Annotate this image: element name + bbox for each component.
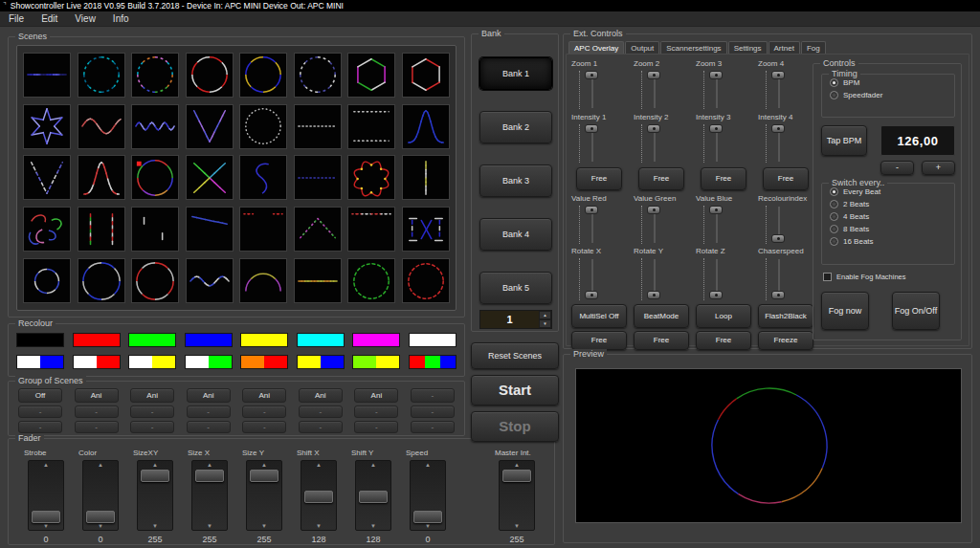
radio-icon[interactable] [830,237,838,246]
group-scene-button[interactable]: Ani [187,388,231,403]
multisel-off-button[interactable]: MultiSel Off [571,304,627,328]
scene-thumbnail[interactable] [239,155,287,200]
radio-icon[interactable] [830,91,838,99]
radio-icon[interactable] [830,78,838,87]
scene-thumbnail[interactable] [23,258,71,303]
recolour-swatch[interactable] [16,355,64,369]
slider-knob[interactable] [647,71,660,79]
group-scene-button[interactable]: - [411,406,455,418]
switch-option-every-beat[interactable]: Every Beat [830,187,954,196]
fader-handle[interactable] [359,491,388,503]
slider-intensity-1[interactable] [569,123,627,164]
timing-option-bpm[interactable]: BPM [830,78,954,87]
group-scene-button[interactable]: - [411,388,455,403]
fader-handle[interactable] [195,470,224,482]
scene-thumbnail[interactable] [402,155,450,200]
fader-up-arrow[interactable]: ▲ [500,461,534,469]
fader-down-arrow[interactable]: ▼ [83,522,118,530]
fader-up-arrow[interactable]: ▲ [83,461,118,469]
recolour-swatch[interactable] [240,355,288,369]
scene-thumbnail[interactable] [131,53,179,98]
scene-thumbnail[interactable] [78,155,125,200]
loop-button[interactable]: Loop [696,304,751,328]
slider-knob[interactable] [647,124,660,133]
switch-option-4-beats[interactable]: 4 Beats [830,212,954,221]
group-scene-button[interactable]: - [299,421,343,433]
recolour-swatch[interactable] [297,355,345,369]
slider-knob[interactable] [709,124,723,133]
scene-thumbnail[interactable] [347,155,395,200]
bank-button-3[interactable]: Bank 3 [479,164,552,197]
group-scene-button[interactable]: - [354,406,398,418]
tap-bpm-button[interactable]: Tap BPM [821,125,867,156]
bpm-plus-button[interactable]: + [922,161,955,175]
slider-zoom-4[interactable] [756,70,813,110]
fader-up-arrow[interactable]: ▲ [411,461,445,469]
stop-button[interactable]: Stop [471,411,559,442]
scene-thumbnail[interactable] [186,258,234,303]
tab-scannersettings[interactable]: Scannersettings [660,41,726,55]
fader-handle[interactable] [413,511,442,523]
tab-output[interactable]: Output [625,41,659,55]
fader-up-arrow[interactable]: ▲ [301,461,336,469]
group-scene-button[interactable]: - [18,406,62,418]
group-scene-button[interactable]: - [299,406,343,418]
switch-option-16-beats[interactable]: 16 Beats [830,237,954,246]
group-scene-button[interactable]: - [130,406,174,418]
scene-thumbnail[interactable] [347,104,395,149]
fader-handle[interactable] [502,470,531,482]
slider-intensity-2[interactable] [632,123,689,164]
group-scene-button[interactable]: Ani [242,388,286,403]
scene-thumbnail[interactable] [239,104,287,149]
scene-thumbnail[interactable] [402,53,450,98]
slider-zoom-2[interactable] [632,70,689,110]
fog-onoff-button[interactable]: Fog On/Off [892,292,940,330]
fader-track[interactable]: ▲▼ [246,460,282,531]
beatmode-button[interactable]: BeatMode [634,304,689,328]
group-scene-button[interactable]: - [187,406,231,418]
bpm-minus-button[interactable]: - [880,161,914,175]
slider-value-blue[interactable] [694,205,751,245]
group-scene-button[interactable]: - [411,421,455,433]
menu-info[interactable]: Info [104,11,138,27]
free-button[interactable]: Free [763,167,809,190]
scene-thumbnail[interactable] [131,258,179,303]
slider-knob[interactable] [585,71,598,79]
scene-thumbnail[interactable] [239,207,287,252]
fader-down-arrow[interactable]: ▼ [138,522,172,530]
fader-track[interactable]: ▲▼ [28,460,64,531]
recolour-swatch[interactable] [73,333,121,347]
fader-track[interactable]: ▲▼ [499,460,535,531]
free-button[interactable]: Free [634,331,689,350]
bank-button-5[interactable]: Bank 5 [479,272,552,304]
slider-intensity-4[interactable] [756,123,813,164]
scene-thumbnail[interactable] [402,258,450,303]
recolour-swatch[interactable] [185,333,233,347]
group-scene-button[interactable]: - [18,421,62,433]
group-scene-button[interactable]: Ani [299,388,343,403]
scene-thumbnail[interactable] [294,104,342,149]
scene-thumbnail[interactable] [294,53,342,98]
bank-button-1[interactable]: Bank 1 [479,57,552,90]
group-scene-button[interactable]: - [130,421,174,433]
bank-button-4[interactable]: Bank 4 [479,218,552,251]
recolour-swatch[interactable] [128,333,176,347]
start-button[interactable]: Start [471,375,559,406]
slider-rotate-z[interactable] [694,257,751,301]
switch-option-2-beats[interactable]: 2 Beats [830,200,954,208]
slider-knob[interactable] [709,291,723,299]
tab-fog[interactable]: Fog [801,41,826,55]
scene-thumbnail[interactable] [347,258,395,303]
slider-value-green[interactable] [632,205,689,245]
free-button[interactable]: Free [696,331,751,350]
group-scene-button[interactable]: - [354,421,398,433]
scene-thumbnail[interactable] [294,155,342,200]
slider-zoom-1[interactable] [569,70,627,110]
scene-thumbnail[interactable] [78,207,125,252]
scene-thumbnail[interactable] [239,258,287,303]
slider-knob[interactable] [647,206,660,214]
scene-thumbnail[interactable] [186,104,234,149]
menu-edit[interactable]: Edit [33,11,66,27]
free-button[interactable]: Free [638,167,684,190]
fader-track[interactable]: ▲▼ [137,460,173,531]
